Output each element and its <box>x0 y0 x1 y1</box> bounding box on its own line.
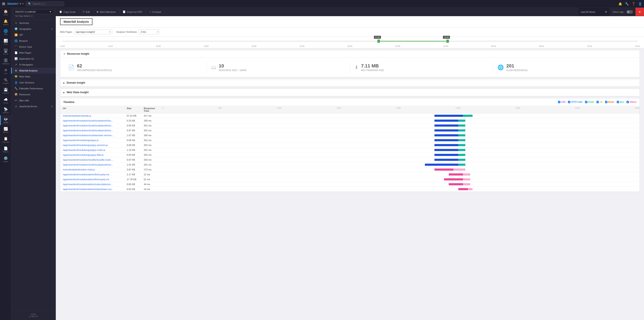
table-row[interactable]: /newclient/jsfw/protobufjs.js57.22 KB417… <box>60 113 640 118</box>
grid-menu-icon[interactable] <box>2 2 5 5</box>
table-row[interactable]: /app/newclient/modules/cloud/cloudspend/… <box>60 128 640 133</box>
monitor-select[interactable]: Site24x7-Localbuild ▼ <box>13 9 54 14</box>
tab-compare[interactable]: ≈ Compare <box>146 8 165 16</box>
sidebar-item-k8s[interactable]: ☸ K8s <box>0 66 11 76</box>
table-row[interactable]: /app/newclient/modules/cloudfw/cloudfw-r… <box>60 157 640 162</box>
zoho-logs-toggle[interactable] <box>626 10 633 14</box>
filter-fonts-checkbox[interactable] <box>585 101 587 103</box>
nav-item-waterfall[interactable]: ≋ Waterfall Analysis <box>11 68 56 74</box>
bar-primary <box>434 154 458 156</box>
filter-js-checkbox[interactable] <box>596 101 599 103</box>
nav-item-summary[interactable]: ≡ Summary <box>11 20 56 26</box>
sidebar-item-metrics[interactable]: 📈 Metrics <box>0 125 11 135</box>
table-row[interactable]: /app/newclient/modules/gcp/gcp.js0.05 KB… <box>60 138 640 143</box>
bar-primary <box>434 159 458 161</box>
table-row[interactable]: /app/newclient/modules/admin/subscriptio… <box>60 182 640 187</box>
url-cell: /app/newclient/modules/gcp/gcp-filter.js <box>60 153 124 157</box>
sidebar-item-server[interactable]: 🖥️ Server <box>0 47 11 57</box>
table-row[interactable]: /app/newclient/modules/gcp/gcp-filter.js… <box>60 153 640 157</box>
web-pages-select[interactable]: /apm/apm-insight// <box>74 29 112 34</box>
url-cell: /app/newclient/modules/gcp/gcp.js <box>60 138 124 143</box>
search-input[interactable] <box>32 2 60 5</box>
nav-item-user-sessions[interactable]: 👤 User Sessions <box>11 80 56 85</box>
sidebar-item-plugins[interactable]: 🔌 Plugins <box>0 76 11 86</box>
brand-star: ★ ✕ <box>20 2 24 5</box>
sidebar-item-admin[interactable]: ⚙️ Admin <box>0 154 11 164</box>
nav-item-web-vitals[interactable]: 💚 Web Vitals <box>11 74 56 80</box>
time-range-select[interactable]: Last 24 Hours ▼ <box>578 8 610 16</box>
help-icon[interactable]: ❓ <box>632 2 635 5</box>
axis-header-row: Url Size Response Time 0 500 1,000 1,500… <box>60 106 640 113</box>
timeline-fill <box>379 41 448 41</box>
user-avatar[interactable]: 👤 <box>638 2 642 5</box>
filter-http: HTTP Calls <box>568 101 582 103</box>
url-cell: /app/newclient/modules/cloud/aws/aws-ser… <box>60 133 124 138</box>
timeline-section-title: Timeline <box>63 100 74 104</box>
tab-mark-milestone[interactable]: ▶ Mark Milestone <box>94 8 120 16</box>
nav-item-javascript-errors[interactable]: ⚠ JavaScript Errors ▶ <box>11 103 56 109</box>
sidebar-item-cloud[interactable]: ☁️ Cloud <box>0 96 11 105</box>
left-nav: Site24x7-Localbuild ▼ No Tags Added 🏷 ≡ … <box>11 8 56 320</box>
sidebar-item-home[interactable]: 🏠 Home <box>0 8 11 17</box>
web-vitals-header[interactable]: ▶ Web Vitals Insight <box>60 89 640 96</box>
table-row[interactable]: /app/newclient/modules/gcp/gcp-services.… <box>60 143 640 148</box>
nav-item-web-pages[interactable]: 📄 Web Pages <box>11 50 56 56</box>
nav-item-browser[interactable]: 🌐 Browser <box>11 38 56 44</box>
wrench-icon[interactable]: 🔧 <box>625 2 629 5</box>
timeline-handle-left[interactable]: 21:35 <box>377 39 380 43</box>
timeline-handle-right[interactable]: 23:35 <box>446 39 449 43</box>
table-row[interactable]: /app/newclient/modules/admin/share/share… <box>60 187 640 192</box>
size-cell: 1.01 KB <box>124 162 141 167</box>
filter-media-checkbox[interactable] <box>605 101 607 103</box>
bell-icon[interactable]: 🔔 <box>618 2 622 5</box>
timeline-section: Timeline CSS HTTP Calls <box>60 98 640 192</box>
sidebar-item-network[interactable]: 📡 Network <box>0 105 11 115</box>
table-row[interactable]: /app/newclient/modules/admin/third-party… <box>60 172 640 177</box>
close-button[interactable]: ✕ <box>636 8 644 16</box>
nav-item-filterable-performance[interactable]: 🔧 Filterable Performance <box>11 85 56 91</box>
table-row[interactable]: /app/newclient/modules/cloud/cloudspend/… <box>60 123 640 128</box>
sidebar-item-database[interactable]: 🗄️ Database <box>0 57 11 66</box>
resources-chevron-icon: ▼ <box>63 53 66 55</box>
sidebar-item-web[interactable]: 🌐 Web <box>0 27 11 37</box>
table-row[interactable]: /newclient/jsfw/timeline-chart.js3.87 KB… <box>60 167 640 172</box>
monitor-select-chevron: ▼ <box>49 10 52 13</box>
sidebar-item-applogs[interactable]: 📋 AppLogs <box>0 135 11 145</box>
page-header: Waterfall Analysis <box>56 16 644 27</box>
navigation-iq-icon: ↗ <box>14 63 18 66</box>
domain-insight-header[interactable]: ▶ Domain Insight <box>60 79 640 87</box>
sidebar-item-reports[interactable]: 📄 Reports <box>0 145 11 154</box>
nav-item-resources[interactable]: 📦 Resources <box>11 91 56 97</box>
timeline-tooltip-right: 23:35 <box>443 36 450 39</box>
filter-http-checkbox[interactable] <box>568 101 570 103</box>
tab-export-pdf[interactable]: 📄 Export as PDF <box>119 8 146 16</box>
nav-item-navigation-iq[interactable]: ↗ % Navigation <box>11 62 56 68</box>
filter-css-checkbox[interactable] <box>558 101 560 103</box>
bar-secondary <box>458 149 466 151</box>
tab-edit[interactable]: ✕ Edit <box>79 8 94 16</box>
table-row[interactable]: /app/newclient/modules/cloud/cloudspend/… <box>60 118 640 123</box>
nav-item-geographic[interactable]: 🌍 Geographic ▶ <box>11 26 56 32</box>
nav-item-device-type[interactable]: 📱 Device Type <box>11 44 56 50</box>
table-row[interactable]: /app/newclient/modules/cloud/aws/aws-ser… <box>60 133 640 138</box>
bar-secondary <box>468 188 472 190</box>
table-row[interactable]: /app/newclient/modules/admin/third-party… <box>60 177 640 182</box>
filter-doc-checkbox[interactable] <box>617 101 619 103</box>
tab-copy-script[interactable]: 📋 Copy Script <box>56 8 79 16</box>
nav-item-isp[interactable]: 📶 ISP <box>11 32 56 38</box>
search-bar[interactable]: 🔍 <box>26 1 64 6</box>
size-cell: 57.22 KB <box>124 113 141 118</box>
sidebar-item-alarms[interactable]: 🔔 Alarms <box>0 17 11 27</box>
sidebar-item-vmware[interactable]: 💾 VMware <box>0 86 11 96</box>
nav-item-application-iq[interactable]: 📊 Application IQ <box>11 56 56 62</box>
sidebar-item-rum[interactable]: 👁️ RUM <box>0 115 11 125</box>
resources-insight-header[interactable]: ▼ Resources Insight <box>60 50 640 58</box>
svg-rect-5 <box>4 3 5 4</box>
filter-others-checkbox[interactable] <box>626 101 629 103</box>
table-row[interactable]: /app/newclient/modules/cloud/cloudspend/… <box>60 162 640 167</box>
web-pages-select-wrapper: /apm/apm-insight// <box>74 29 112 34</box>
nav-item-ajax-calls[interactable]: ↩ Ajax calls <box>11 97 56 103</box>
table-row[interactable]: /app/newclient/modules/gcp/gcp-router.js… <box>60 148 640 153</box>
sidebar-item-apm[interactable]: 📊 APM <box>0 37 11 47</box>
analysis-timeframe-select[interactable]: 2 Hrs <box>139 29 160 34</box>
